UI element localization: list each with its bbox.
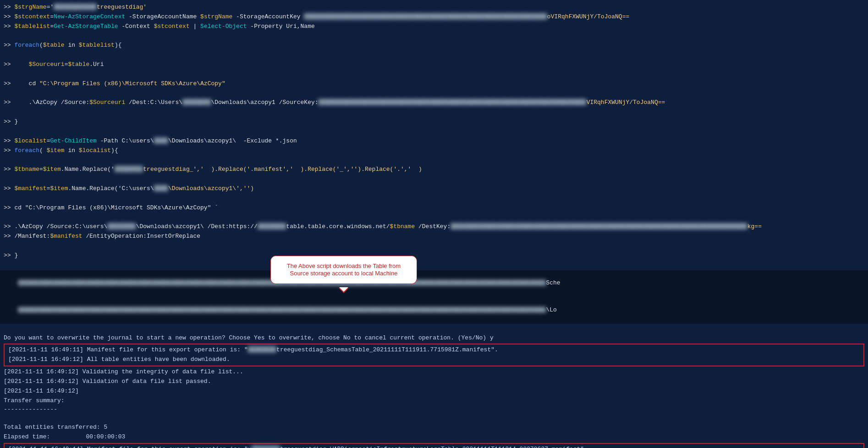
- line-localist: >> $localist=Get-ChildItem -Path C:\user…: [0, 137, 868, 146]
- manifest-line-1: [2021-11-11 16:49:11] Manifest file for …: [5, 345, 863, 355]
- line-foreach2: >> foreach( $item in $localist){: [0, 146, 868, 156]
- validation-passed-1: [2021-11-11 16:49:12] Validation of data…: [0, 377, 868, 387]
- terminal-window: >> $strgName='████████████treeguestdiag'…: [0, 0, 868, 448]
- line-blank-13: [0, 324, 868, 333]
- downloaded-line-1: [2021-11-11 16:49:12] All table entities…: [5, 355, 863, 365]
- callout-text: The Above script downloads the Table fro…: [287, 262, 401, 277]
- line-blank-10: [0, 213, 868, 223]
- timestamp-1: [2021-11-11 16:49:12]: [0, 387, 868, 396]
- line-strgname: >> $strgName='████████████treeguestdiag': [0, 3, 868, 12]
- line-sourceuri: >> $Sourceuri=$table.Uri: [0, 60, 868, 70]
- callout-bubble: The Above script downloads the Table fro…: [270, 256, 417, 284]
- overwrite-prompt: Do you want to overwrite the journal to …: [0, 333, 868, 343]
- line-closebrace2: >> }: [0, 251, 868, 261]
- blurred-output-1: ████████████████████████████████████████…: [0, 270, 868, 297]
- validating-1: [2021-11-11 16:49:12] Validating the int…: [0, 367, 868, 377]
- red-box-1: [2021-11-11 16:49:11] Manifest file for …: [4, 344, 864, 366]
- red-box-2: [2021-11-11 16:49:14] Manifest file for …: [4, 443, 864, 448]
- line-azcopy1: >> .\AzCopy /Source:$Sourceuri /Dest:C:\…: [0, 98, 868, 108]
- line-cd2: >> cd "C:\Program Files (x86)\Microsoft …: [0, 203, 868, 213]
- line-azcopy2: >> .\AzCopy /Source:C:\users\████████\Do…: [0, 222, 868, 232]
- line-manifest: >> $manifest=$item.Name.Replace('C:\user…: [0, 184, 868, 194]
- dashes-1: ---------------: [0, 405, 868, 413]
- line-stcontext: >> $stcontext=New-AzStorageContext -Stor…: [0, 12, 868, 22]
- line-blank-1: [0, 32, 868, 41]
- line-tbname: >> $tbname=$item.Name.Replace('████████t…: [0, 165, 868, 175]
- elapsed-time-1: Elapsed time: 00:00:00:03: [0, 432, 868, 442]
- line-blank-4: [0, 89, 868, 98]
- line-blank-11: [0, 241, 868, 251]
- line-closebrace1: >> }: [0, 117, 868, 127]
- line-manifest-param: >> /Manifest:$manifest /EntityOperation:…: [0, 232, 868, 241]
- line-foreach1: >> foreach($table in $tablelist){: [0, 41, 868, 50]
- blank-transfer: [0, 413, 868, 423]
- line-blank-3: [0, 70, 868, 79]
- entities-transferred: Total entities transferred: 5: [0, 423, 868, 432]
- line-blank-2: [0, 50, 868, 60]
- transfer-summary-1: Transfer summary:: [0, 396, 868, 406]
- manifest-line-2: [2021-11-11 16:49:14] Manifest file for …: [5, 445, 863, 448]
- line-blank-12: [0, 261, 868, 270]
- line-blank-6: [0, 127, 868, 137]
- line-tablelist: >> $tablelist=Get-AzStorageTable -Contex…: [0, 22, 868, 32]
- blurred-output-2: ████████████████████████████████████████…: [0, 297, 868, 324]
- line-blank-7: [0, 156, 868, 165]
- callout-container: The Above script downloads the Table fro…: [270, 256, 417, 284]
- line-blank-5: [0, 108, 868, 117]
- line-blank-8: [0, 175, 868, 184]
- line-cd1: >> cd "C:\Program Files (x86)\Microsoft …: [0, 79, 868, 89]
- line-blank-9: [0, 194, 868, 203]
